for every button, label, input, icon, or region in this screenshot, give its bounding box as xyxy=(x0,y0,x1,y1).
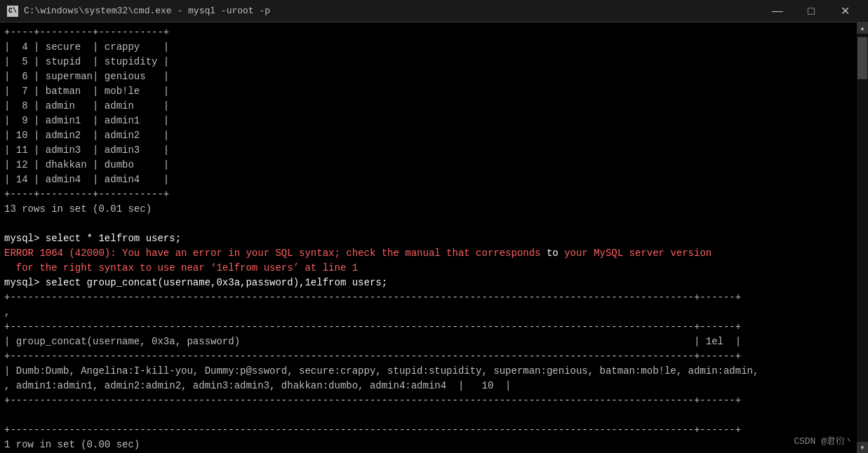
scroll-down-arrow[interactable]: ▼ xyxy=(857,442,868,453)
watermark: CSDN @君衍丶 xyxy=(794,435,854,447)
result-table-bot2: +---------------------------------------… xyxy=(4,423,853,438)
row-count: 13 rows in set (0.01 sec) xyxy=(4,202,853,217)
result-blank: , xyxy=(4,305,853,320)
maximize-button[interactable]: □ xyxy=(795,0,827,22)
blank-line xyxy=(4,217,853,231)
title-bar: C\ C:\windows\system32\cmd.exe - mysql -… xyxy=(0,0,868,22)
table-row: | 7 | batman | mob!le | xyxy=(4,84,853,99)
result-table-top: +---------------------------------------… xyxy=(4,290,853,305)
table-row: +----+---------+-----------+ xyxy=(4,25,853,40)
error-line-2: for the right syntax to use near ‘1elfro… xyxy=(4,261,853,276)
window-title: C:\windows\system32\cmd.exe - mysql -uro… xyxy=(24,6,270,16)
window-controls[interactable]: — □ ✕ xyxy=(761,0,861,22)
minimize-button[interactable]: — xyxy=(761,0,794,22)
scroll-up-arrow[interactable]: ▲ xyxy=(857,22,868,34)
table-row: | 4 | secure | crappy | xyxy=(4,40,853,55)
scrollbar[interactable]: ▲ ▼ xyxy=(857,22,868,453)
cmd-icon: C\ xyxy=(7,6,18,17)
table-row: | 11 | admin3 | admin3 | xyxy=(4,143,853,158)
table-row: | 6 | superman| genious | xyxy=(4,69,853,84)
terminal-content[interactable]: +----+---------+-----------+ | 4 | secur… xyxy=(0,22,857,453)
title-bar-left: C\ C:\windows\system32\cmd.exe - mysql -… xyxy=(7,6,270,17)
table-row: | 5 | stupid | stupidity | xyxy=(4,55,853,69)
mysql-prompt-2: mysql> select group_concat(username,0x3a… xyxy=(4,276,853,290)
table-divider: +----+---------+-----------+ xyxy=(4,187,853,202)
row-count-2: 1 row in set (0.00 sec) xyxy=(4,438,853,452)
close-button[interactable]: ✕ xyxy=(829,0,861,22)
scrollbar-thumb[interactable] xyxy=(857,37,867,79)
result-sep: +---------------------------------------… xyxy=(4,320,853,334)
table-row: | 8 | admin | admin | xyxy=(4,99,853,114)
result-table-bot: +---------------------------------------… xyxy=(4,393,853,408)
scrollbar-track[interactable] xyxy=(857,34,868,442)
table-row: | 12 | dhakkan | dumbo | xyxy=(4,158,853,173)
table-row: | 14 | admin4 | admin4 | xyxy=(4,173,853,187)
result-blank2 xyxy=(4,408,853,423)
result-data-row: | Dumb:Dumb, Angelina:I-kill-you, Dummy:… xyxy=(4,364,853,379)
table-row: | 10 | admin2 | admin2 | xyxy=(4,128,853,143)
mysql-prompt-1: mysql> select * 1elfrom users; xyxy=(4,231,853,246)
col-header: | group_concat(username, 0x3a, password)… xyxy=(4,334,853,349)
terminal-window: +----+---------+-----------+ | 4 | secur… xyxy=(0,22,868,453)
result-data-row-2: , admin1:admin1, admin2:admin2, admin3:a… xyxy=(4,379,853,393)
table-row: | 9 | admin1 | admin1 | xyxy=(4,114,853,128)
error-line-1: ERROR 1064 (42000): You have an error in… xyxy=(4,246,853,261)
col-header-sep: +---------------------------------------… xyxy=(4,349,853,364)
